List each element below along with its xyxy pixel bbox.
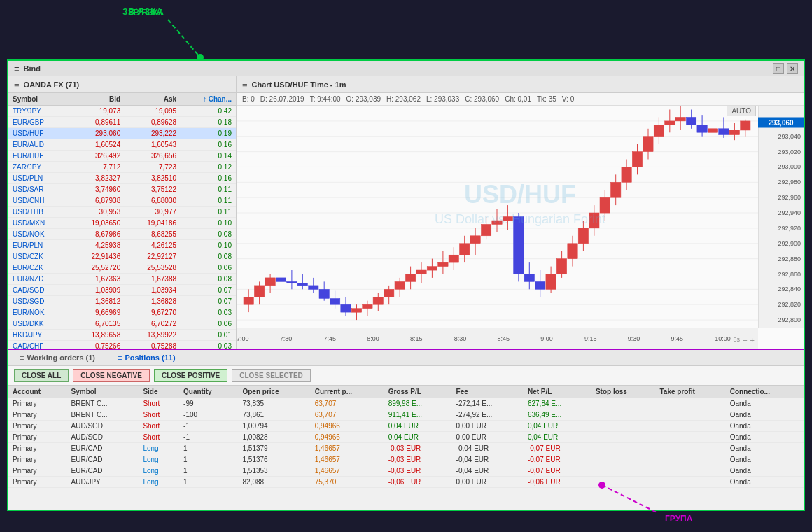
close-negative-button[interactable]: CLOSE NEGATIVE xyxy=(73,369,150,382)
zoom-minus[interactable]: − xyxy=(743,336,747,344)
svg-rect-57 xyxy=(438,262,448,267)
chart-ch: Ch: 0,01 xyxy=(505,95,531,103)
positions-cell: 82,088 xyxy=(238,477,310,488)
svg-rect-73 xyxy=(524,274,534,282)
col-ask: Ask xyxy=(125,93,181,106)
watchlist-row[interactable]: EUR/GBP 0,89611 0,89628 0,18 xyxy=(8,117,236,128)
close-button[interactable]: ✕ xyxy=(787,63,798,74)
tab-positions[interactable]: ≡ Positions (11) xyxy=(112,351,181,364)
watchlist-table-container[interactable]: Symbol Bid Ask ↑ Chan... TRY/JPY 19,073 … xyxy=(8,93,236,349)
watchlist-row[interactable]: USD/NOK 8,67986 8,68255 0,08 xyxy=(8,229,236,240)
chart-hamburger-icon: ≡ xyxy=(242,79,248,90)
svg-rect-27 xyxy=(276,278,286,282)
hamburger-icon: ≡ xyxy=(14,79,20,90)
svg-rect-37 xyxy=(330,299,340,305)
positions-col-header: Account xyxy=(8,386,67,398)
watchlist-row[interactable]: USD/THB 30,953 30,977 0,11 xyxy=(8,206,236,218)
positions-row[interactable]: PrimaryAUD/SGDShort-11,007940,949660,04 … xyxy=(8,421,804,432)
maximize-button[interactable]: □ xyxy=(773,63,784,74)
cell-ask: 25,53528 xyxy=(125,262,181,274)
watchlist-row[interactable]: USD/SGD 1,36812 1,36828 0,07 xyxy=(8,296,236,307)
positions-cell xyxy=(655,477,725,488)
cell-symbol: USD/SAR xyxy=(8,184,69,195)
cell-ask: 1,60543 xyxy=(125,139,181,150)
titlebar-title: ≡ Bind xyxy=(14,64,41,74)
watchlist-table: Symbol Bid Ask ↑ Chan... TRY/JPY 19,073 … xyxy=(8,93,236,349)
positions-cell: Primary xyxy=(8,410,67,421)
cell-bid: 1,03909 xyxy=(69,285,125,296)
cell-bid: 22,91436 xyxy=(69,251,125,262)
positions-table-container[interactable]: AccountSymbolSideQuantityOpen priceCurre… xyxy=(8,386,804,510)
positions-toolbar: CLOSE ALL CLOSE NEGATIVE CLOSE POSITIVE … xyxy=(8,366,804,386)
positions-cell: 73,861 xyxy=(238,410,310,421)
current-price-label: 293,060 xyxy=(758,117,804,127)
cell-bid: 0,89611 xyxy=(69,117,125,128)
positions-cell: -0,07 EUR xyxy=(524,465,592,477)
positions-row[interactable]: PrimaryBRENT C...Short-10073,86163,70791… xyxy=(8,410,804,421)
watchlist-row[interactable]: EUR/NZD 1,67363 1,67388 0,08 xyxy=(8,274,236,285)
cell-ask: 19,095 xyxy=(125,106,181,117)
positions-cell xyxy=(655,432,725,443)
watchlist-row[interactable]: USD/CNH 6,87938 6,88030 0,11 xyxy=(8,195,236,206)
watchlist-row[interactable]: CAD/CHF 0,75266 0,75288 0,03 xyxy=(8,341,236,349)
close-all-button[interactable]: CLOSE ALL xyxy=(14,369,69,382)
watchlist-row[interactable]: EUR/AUD 1,60524 1,60543 0,16 xyxy=(8,139,236,150)
zoom-plus[interactable]: + xyxy=(750,336,755,344)
cell-bid: 9,66969 xyxy=(69,307,125,318)
positions-row[interactable]: PrimaryBRENT C...Short-9973,83563,707899… xyxy=(8,398,804,410)
auto-label[interactable]: AUTO xyxy=(727,106,756,116)
close-selected-button[interactable]: CLOSE SELECTED xyxy=(232,369,311,382)
main-container: ≡ OANDA FX (71) Symbol Bid Ask ↑ Chan... xyxy=(7,76,805,511)
svg-rect-55 xyxy=(427,267,437,271)
watchlist-row[interactable]: EUR/HUF 326,492 326,656 0,14 xyxy=(8,150,236,162)
watchlist-row[interactable]: ZAR/JPY 7,712 7,723 0,12 xyxy=(8,162,236,173)
watchlist-row[interactable]: USD/DKK 6,70135 6,70272 0,06 xyxy=(8,318,236,330)
chart-c: C: 293,060 xyxy=(465,95,499,103)
tab-working-orders[interactable]: ≡ Working orders (1) xyxy=(14,351,101,364)
watchlist-row[interactable]: USD/SAR 3,74960 3,75122 0,11 xyxy=(8,184,236,195)
annotation-zvyazka: ЗВ'ЯЗКА xyxy=(122,7,163,17)
positions-cell: 899,98 E... xyxy=(384,398,452,410)
watchlist-row[interactable]: EUR/PLN 4,25938 4,26125 0,10 xyxy=(8,240,236,251)
chart-area[interactable]: USD/HUF US Dollar vs. Hungarian Forint 2… xyxy=(237,106,804,349)
positions-row[interactable]: PrimaryEUR/CADLong11,513791,46657-0,03 E… xyxy=(8,443,804,454)
positions-cell xyxy=(592,421,656,432)
watchlist-row[interactable]: USD/HUF 293,060 293,222 0,19 xyxy=(8,128,236,139)
close-positive-button[interactable]: CLOSE POSITIVE xyxy=(154,369,227,382)
cell-change: 0,42 xyxy=(181,106,236,117)
positions-row[interactable]: PrimaryEUR/CADLong11,513761,46657-0,03 E… xyxy=(8,454,804,465)
watchlist-row[interactable]: USD/CZK 22,91436 22,92127 0,08 xyxy=(8,251,236,262)
cell-symbol: EUR/GBP xyxy=(8,117,69,128)
chart-tk: Tk: 35 xyxy=(537,95,556,103)
svg-rect-87 xyxy=(600,197,610,213)
positions-row[interactable]: PrimaryAUD/JPYLong182,08875,370-0,06 EUR… xyxy=(8,477,804,488)
positions-cell: -274,92 E... xyxy=(452,410,524,421)
svg-rect-85 xyxy=(589,213,599,228)
positions-col-header: Fee xyxy=(452,386,524,398)
watchlist-row[interactable]: EUR/CZK 25,52720 25,53528 0,06 xyxy=(8,262,236,274)
positions-cell: Short xyxy=(139,410,179,421)
positions-cell: 0,00 EUR xyxy=(452,432,524,443)
positions-cell: Oanda xyxy=(726,454,804,465)
watchlist-row[interactable]: USD/MXN 19,03650 19,04186 0,10 xyxy=(8,218,236,229)
watchlist-row[interactable]: USD/PLN 3,82327 3,82510 0,16 xyxy=(8,173,236,184)
positions-cell: 0,04 EUR xyxy=(524,421,592,432)
svg-rect-79 xyxy=(556,259,566,274)
cell-symbol: EUR/PLN xyxy=(8,240,69,251)
positions-cell: -272,14 E... xyxy=(452,398,524,410)
positions-col-header: Quantity xyxy=(179,386,238,398)
positions-cell: 1,46657 xyxy=(311,443,384,454)
positions-cell xyxy=(655,398,725,410)
positions-row[interactable]: PrimaryEUR/CADLong11,513531,46657-0,03 E… xyxy=(8,465,804,477)
positions-table: AccountSymbolSideQuantityOpen priceCurre… xyxy=(8,386,804,488)
watchlist-row[interactable]: HKD/JPY 13,89658 13,89922 0,01 xyxy=(8,330,236,341)
watchlist-row[interactable]: TRY/JPY 19,073 19,095 0,42 xyxy=(8,106,236,117)
positions-cell: EUR/CAD xyxy=(67,454,139,465)
cell-bid: 6,70135 xyxy=(69,318,125,330)
positions-row[interactable]: PrimaryAUD/SGDShort-11,008280,949660,04 … xyxy=(8,432,804,443)
watchlist-row[interactable]: EUR/NOK 9,66969 9,67270 0,03 xyxy=(8,307,236,318)
positions-cell xyxy=(655,421,725,432)
watchlist-row[interactable]: CAD/SGD 1,03909 1,03934 0,07 xyxy=(8,285,236,296)
cell-change: 0,11 xyxy=(181,195,236,206)
positions-col-header: Side xyxy=(139,386,179,398)
